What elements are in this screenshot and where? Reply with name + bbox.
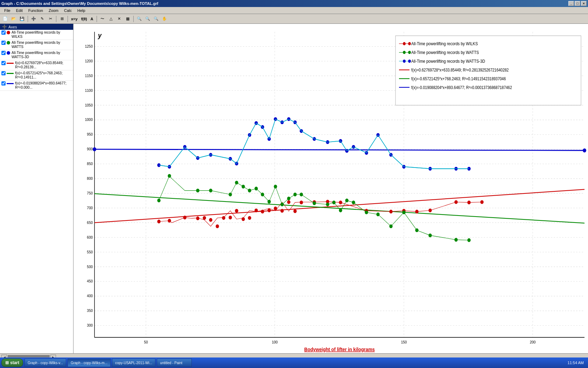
minimize-button[interactable]: _ (568, 1, 574, 6)
zoom-in-btn[interactable]: 🔍 (135, 15, 143, 23)
svg-point-94 (248, 189, 251, 192)
menu-file[interactable]: File (1, 8, 13, 13)
taskbar-item-2[interactable]: Graph - copy-Wilks-m... (68, 359, 111, 367)
maximize-button[interactable]: □ (575, 1, 580, 6)
delete-btn[interactable]: ✂ (47, 15, 54, 23)
taskbar-item-3[interactable]: copy-USAPL-2011-Wi... (112, 359, 155, 367)
watts3d-checkbox[interactable] (1, 51, 6, 55)
axes-label: Axes (8, 25, 17, 29)
svg-point-66 (242, 218, 245, 221)
triangle-btn[interactable]: △ (107, 15, 115, 23)
svg-point-150 (408, 42, 411, 45)
svg-point-153 (403, 51, 406, 54)
zoom-fit-btn[interactable]: 🔍 (144, 15, 152, 23)
taskbar-clock: 11:54 AM (565, 361, 587, 365)
fx3-checkbox[interactable] (1, 81, 6, 86)
svg-point-71 (274, 207, 277, 210)
svg-point-96 (261, 193, 264, 196)
menu-help[interactable]: Help (75, 8, 88, 13)
watts-color (7, 41, 10, 45)
menu-edit[interactable]: Edit (13, 8, 26, 13)
svg-text:y: y (98, 32, 102, 39)
svg-point-158 (408, 60, 411, 63)
svg-text:All-Time powerlifting records : All-Time powerlifting records by WATTS-3… (411, 59, 485, 63)
cross-btn[interactable]: ✕ (115, 15, 123, 23)
watts-checkbox[interactable] (1, 41, 6, 45)
svg-point-95 (255, 187, 258, 190)
scale-btn[interactable]: ⊞ (58, 15, 66, 23)
svg-point-86 (481, 200, 483, 204)
svg-text:300: 300 (87, 323, 93, 328)
edit-btn[interactable]: ✎ (38, 15, 46, 23)
svg-point-102 (300, 193, 303, 196)
pan-btn[interactable]: ✋ (161, 15, 168, 23)
svg-text:All-Time powerlifting records : All-Time powerlifting records by WATTS (411, 50, 479, 55)
start-button[interactable]: ⊞ start (1, 359, 23, 367)
menu-zoom[interactable]: Zoom (46, 8, 61, 13)
watts-label: All-Time powerlifting records by WATTS (12, 41, 72, 49)
open-button[interactable]: 📂 (10, 15, 18, 23)
menu-function[interactable]: Function (26, 8, 46, 13)
chart-svg: 1250 1200 1150 1100 1050 1000 950 900 85… (74, 24, 588, 353)
axes-header: ➕ Axes (0, 24, 73, 30)
svg-point-61 (209, 218, 212, 222)
taskbar-item-1[interactable]: Graph - copy-Wilks-v... (24, 359, 66, 367)
add-button[interactable]: ➕ (30, 15, 37, 23)
taskbar-item-4[interactable]: untitled - Paint (157, 359, 192, 367)
table-btn[interactable]: ▦ (124, 15, 132, 23)
taskbar: ⊞ start Graph - copy-Wilks-v... Graph - … (0, 357, 588, 368)
svg-point-109 (365, 211, 368, 214)
window-controls: _ □ × (568, 1, 587, 6)
svg-point-60 (203, 216, 206, 219)
svg-text:150: 150 (401, 340, 407, 344)
watts3d-color (7, 51, 10, 55)
svg-point-157 (403, 60, 406, 63)
fx2-checkbox[interactable] (1, 71, 6, 75)
svg-point-90 (209, 189, 212, 192)
svg-point-63 (222, 216, 225, 219)
fx3-line (7, 83, 14, 84)
svg-point-67 (248, 216, 251, 219)
svg-point-70 (268, 209, 271, 212)
sep3 (68, 16, 68, 22)
svg-text:1200: 1200 (85, 59, 93, 63)
svg-point-58 (183, 216, 186, 219)
add-icon[interactable]: ➕ (2, 25, 7, 29)
svg-point-116 (468, 239, 470, 242)
sep1 (28, 16, 28, 22)
wilks-label: All-Time powerlifting records by WILKS (12, 30, 72, 39)
sep4 (97, 16, 97, 22)
svg-text:1250: 1250 (85, 44, 93, 48)
fx1-line (7, 63, 14, 64)
start-icon: ⊞ (5, 360, 9, 365)
svg-point-75 (300, 201, 303, 204)
svg-point-149 (403, 42, 406, 45)
svg-text:450: 450 (87, 279, 93, 284)
svg-point-114 (429, 234, 432, 237)
svg-text:900: 900 (87, 147, 93, 151)
svg-text:1150: 1150 (85, 73, 93, 78)
start-label: start (10, 360, 19, 365)
save-button[interactable]: 💾 (18, 15, 26, 23)
svg-point-112 (402, 211, 405, 214)
zoom-out-btn[interactable]: 🔍 (152, 15, 160, 23)
wilks-checkbox[interactable] (1, 30, 6, 35)
svg-point-69 (261, 210, 264, 213)
list-item: f(x)=0.62769728*x+633.85449; R²=0.28139.… (0, 60, 73, 70)
svg-text:f(x)=0.62769728*x+633.85449; R: f(x)=0.62769728*x+633.85449; R²=0.281392… (411, 68, 509, 72)
close-button[interactable]: × (581, 1, 587, 6)
curve-btn[interactable]: 〜 (99, 15, 106, 23)
new-button[interactable]: 📄 (1, 15, 9, 23)
taskbar-item-1-label: Graph - copy-Wilks-v... (28, 361, 63, 365)
watts3d-label: All-Time powerlifting records by WATTS-3… (12, 51, 72, 59)
wilks-color (7, 31, 10, 34)
taskbar-item-2-label: Graph - copy-Wilks-m... (71, 361, 107, 365)
svg-point-80 (390, 210, 392, 213)
fx3-label: f(x)=-0.019088204*x+893.64677; R²=0.000.… (15, 81, 72, 90)
menu-calc[interactable]: Calc (61, 8, 75, 13)
svg-text:All-Time powerlifting records : All-Time powerlifting records by WILKS (411, 41, 478, 46)
sep5 (133, 16, 134, 22)
fx1-checkbox[interactable] (1, 61, 6, 65)
svg-text:800: 800 (87, 176, 93, 180)
svg-point-89 (196, 189, 199, 192)
